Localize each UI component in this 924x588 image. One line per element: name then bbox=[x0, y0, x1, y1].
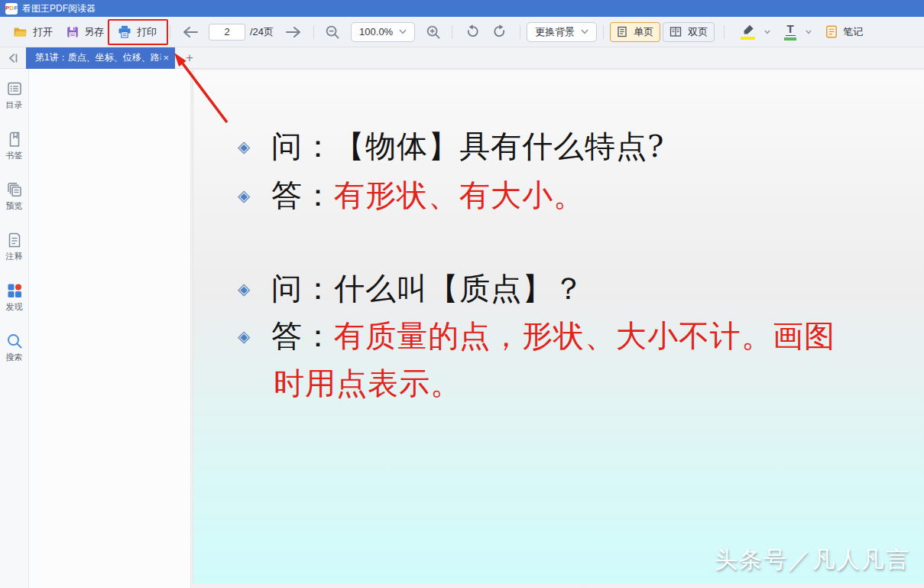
save-as-button[interactable]: 另存 bbox=[60, 21, 111, 44]
chevron-down-icon bbox=[581, 29, 588, 34]
printer-icon bbox=[118, 25, 131, 38]
previous-page-button[interactable] bbox=[177, 21, 204, 44]
change-background-select[interactable]: 更换背景 bbox=[527, 22, 597, 42]
sidebar-item-discover[interactable]: 发现 bbox=[6, 282, 23, 313]
question-line-1: ◈ 问：【物体】具有什么特点? bbox=[238, 125, 664, 167]
rotate-right-button[interactable] bbox=[486, 21, 514, 44]
double-page-icon bbox=[669, 26, 682, 37]
toolbar-separator bbox=[170, 25, 170, 39]
save-as-label: 另存 bbox=[84, 25, 104, 39]
stacked-pages-icon bbox=[6, 181, 23, 198]
toolbar-separator bbox=[724, 25, 725, 39]
title-bar: PDF 看图王PDF阅读器 bbox=[0, 0, 924, 17]
floppy-disk-icon bbox=[66, 26, 79, 38]
sidebar-item-search[interactable]: 搜索 bbox=[6, 333, 23, 363]
rotate-cw-icon bbox=[492, 24, 507, 40]
chevron-left-bar-icon bbox=[6, 51, 20, 65]
notes-button[interactable]: 笔记 bbox=[819, 21, 870, 44]
sidebar-item-preview[interactable]: 预览 bbox=[6, 181, 23, 212]
toolbar-separator bbox=[313, 25, 314, 39]
double-page-label: 双页 bbox=[688, 25, 708, 39]
side-panel[interactable] bbox=[29, 69, 191, 588]
rotate-left-button[interactable] bbox=[459, 21, 486, 44]
sidebar-label-preview: 预览 bbox=[6, 200, 23, 212]
tab-bar: 第1讲：质点、坐标、位移、路程 × + bbox=[0, 47, 924, 69]
left-icon-bar: 目录 书签 预览 注释 bbox=[0, 69, 29, 588]
diamond-bullet-icon: ◈ bbox=[238, 187, 271, 205]
tab-close-icon[interactable]: × bbox=[161, 53, 170, 63]
toolbar-separator bbox=[520, 25, 520, 39]
new-tab-button[interactable]: + bbox=[186, 51, 193, 64]
single-page-icon bbox=[617, 26, 627, 37]
chevron-down-icon bbox=[806, 30, 812, 34]
main-toolbar: 打开 另存 打印 /24页 bbox=[0, 17, 924, 47]
single-page-button[interactable]: 单页 bbox=[610, 22, 660, 42]
diamond-bullet-icon: ◈ bbox=[238, 138, 271, 156]
print-label: 打印 bbox=[137, 25, 157, 39]
next-page-button[interactable] bbox=[280, 21, 307, 44]
document-view[interactable]: ◈ 问：【物体】具有什么特点? ◈ 答： 有形状、有大小。 ◈ 问：什么叫【质点… bbox=[191, 69, 924, 588]
zoom-out-button[interactable] bbox=[320, 21, 345, 44]
question-2-text: 问：什么叫【质点】？ bbox=[271, 268, 585, 310]
watermark: 头条号／凡人凡言 bbox=[715, 544, 910, 576]
highlight-color-bar bbox=[741, 37, 755, 40]
notes-label: 笔记 bbox=[843, 25, 863, 39]
text-tool-button[interactable]: T bbox=[777, 21, 819, 44]
sidebar-label-discover: 发现 bbox=[6, 301, 23, 313]
magnifier-minus-icon bbox=[325, 24, 340, 40]
main-area: 目录 书签 预览 注释 bbox=[0, 69, 924, 588]
annotation-page-icon bbox=[6, 232, 23, 249]
single-page-label: 单页 bbox=[634, 25, 653, 39]
pdf-page: ◈ 问：【物体】具有什么特点? ◈ 答： 有形状、有大小。 ◈ 问：什么叫【质点… bbox=[193, 70, 924, 583]
highlighter-button[interactable] bbox=[734, 21, 777, 44]
question-line-2: ◈ 问：什么叫【质点】？ bbox=[238, 268, 585, 310]
bookmark-icon bbox=[6, 131, 23, 148]
diamond-bullet-icon: ◈ bbox=[238, 327, 271, 346]
collapse-sidebar-button[interactable] bbox=[0, 47, 26, 69]
highlighter-pen-icon bbox=[741, 24, 755, 35]
sidebar-item-annotations[interactable]: 注释 bbox=[6, 232, 23, 262]
sidebar-item-toc[interactable]: 目录 bbox=[6, 80, 23, 111]
sidebar-item-bookmarks[interactable]: 书签 bbox=[6, 131, 23, 161]
document-tab[interactable]: 第1讲：质点、坐标、位移、路程 × bbox=[26, 47, 175, 69]
toc-icon bbox=[6, 80, 23, 97]
sidebar-label-bookmarks: 书签 bbox=[6, 150, 23, 161]
toolbar-separator bbox=[452, 25, 452, 39]
change-background-label: 更换背景 bbox=[535, 25, 575, 39]
print-button[interactable]: 打印 bbox=[111, 21, 164, 44]
sidebar-label-toc: 目录 bbox=[6, 99, 23, 111]
zoom-level-select[interactable]: 100.0% bbox=[351, 22, 415, 42]
answer-line-1: ◈ 答： 有形状、有大小。 bbox=[238, 174, 585, 216]
answer-1-prefix: 答： bbox=[271, 174, 334, 216]
arrow-right-icon bbox=[284, 24, 303, 40]
question-1-text: 问：【物体】具有什么特点? bbox=[271, 125, 664, 167]
double-page-button[interactable]: 双页 bbox=[663, 22, 715, 42]
discover-icon bbox=[6, 282, 23, 299]
open-button[interactable]: 打开 bbox=[6, 21, 60, 44]
toolbar-separator bbox=[603, 25, 604, 39]
chevron-down-icon bbox=[399, 29, 407, 34]
diamond-bullet-icon: ◈ bbox=[238, 280, 271, 298]
rotate-ccw-icon bbox=[465, 24, 480, 40]
answer-2-prefix: 答： bbox=[271, 315, 334, 357]
text-color-bar bbox=[784, 37, 796, 41]
answer-2-text: 有质量的点，形状、大小不计。画图 bbox=[334, 315, 835, 357]
answer-line-2: ◈ 答： 有质量的点，形状、大小不计。画图 bbox=[238, 315, 835, 357]
app-logo-icon: PDF bbox=[5, 3, 18, 15]
zoom-level-value: 100.0% bbox=[359, 26, 393, 37]
page-total-label: /24页 bbox=[250, 25, 274, 39]
chevron-down-icon bbox=[764, 30, 770, 34]
tab-title: 第1讲：质点、坐标、位移、路程 bbox=[35, 51, 161, 64]
answer-1-text: 有形状、有大小。 bbox=[334, 174, 585, 216]
sidebar-label-search: 搜索 bbox=[6, 352, 23, 363]
magnifier-plus-icon bbox=[426, 24, 441, 40]
arrow-left-icon bbox=[181, 24, 199, 40]
page-number-input[interactable] bbox=[209, 24, 245, 41]
answer-2-text-continued: 时用点表示。 bbox=[274, 362, 462, 404]
sidebar-label-annotations: 注释 bbox=[6, 251, 23, 262]
note-document-icon bbox=[825, 25, 838, 38]
zoom-in-button[interactable] bbox=[421, 21, 446, 44]
window-title: 看图王PDF阅读器 bbox=[22, 2, 96, 15]
search-icon bbox=[6, 333, 23, 349]
open-label: 打开 bbox=[33, 25, 53, 39]
